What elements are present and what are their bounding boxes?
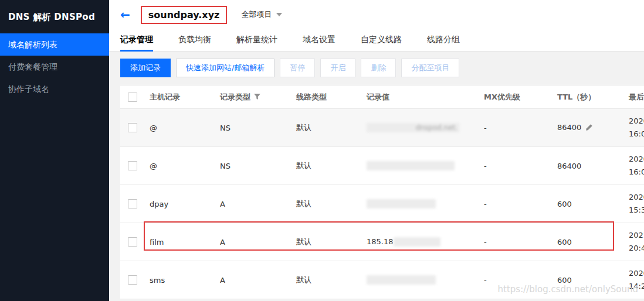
row-checkbox[interactable]: [128, 161, 137, 170]
date-line: 2020: [629, 267, 644, 280]
chevron-down-icon: [276, 13, 282, 16]
date-line: 16:0: [629, 128, 644, 141]
row-checkbox-cell: [120, 275, 150, 285]
line-type: 默认: [296, 160, 367, 171]
date-line: 2020: [629, 115, 644, 128]
record-value: dnspod.net.: [367, 123, 484, 133]
column-record-type: 记录类型: [220, 92, 296, 102]
host-record: sms: [150, 276, 220, 285]
date-line: 15:3: [629, 204, 644, 217]
column-record-value: 记录值: [367, 92, 484, 102]
ttl-number: 600: [557, 276, 572, 285]
host-record: dpay: [150, 200, 220, 208]
last-operated-time: 202015:3: [629, 191, 644, 217]
record-type: NS: [220, 124, 296, 132]
redacted-value: [367, 275, 436, 285]
ttl-value: 600: [557, 276, 629, 285]
sidebar-item-paid-plans[interactable]: 付费套餐管理: [0, 56, 109, 78]
mx-priority: -: [484, 124, 557, 132]
row-checkbox-cell: [120, 161, 150, 171]
line-type: 默认: [296, 199, 367, 209]
date-line: 20:4: [629, 242, 644, 255]
column-ttl: TTL（秒）: [557, 92, 629, 102]
domain-name: soundpay.xyz: [141, 6, 228, 24]
table-row: dpayA默认-600202015:3: [120, 185, 644, 223]
line-type: 默认: [296, 237, 367, 247]
date-line: 16:0: [629, 166, 644, 179]
tab-domain-settings[interactable]: 域名设置: [303, 29, 335, 51]
app-title: DNS 解析 DNSPod: [0, 0, 109, 33]
mx-priority: -: [484, 276, 557, 285]
quick-add-button[interactable]: 快速添加网站/邮箱解析: [176, 59, 274, 77]
page-header: ← soundpay.xyz 全部项目: [109, 0, 644, 29]
row-checkbox-cell: [120, 199, 150, 209]
date-line: 2021: [629, 229, 644, 242]
row-checkbox[interactable]: [128, 237, 137, 247]
column-last-operated: 最后: [629, 91, 644, 104]
column-host: 主机记录: [150, 92, 220, 102]
row-checkbox[interactable]: [128, 199, 137, 208]
ttl-number: 86400: [557, 162, 581, 170]
assign-project-button[interactable]: 分配至项目: [401, 59, 459, 77]
main-area: ← soundpay.xyz 全部项目 记录管理 负载均衡 解析量统计 域名设置…: [109, 0, 644, 301]
sidebar: DNS 解析 DNSPod 域名解析列表 付费套餐管理 协作子域名: [0, 0, 109, 301]
tab-line-groups[interactable]: 线路分组: [427, 29, 460, 51]
redacted-value: [394, 237, 440, 247]
record-value: 185.18: [367, 237, 484, 247]
ttl-number: 600: [557, 200, 572, 208]
add-record-button[interactable]: 添加记录: [120, 59, 171, 77]
line-type: 默认: [296, 275, 367, 285]
table-body: @NS默认dnspod.net.-86400202016:0@NS默认-8640…: [120, 109, 644, 299]
tab-bar: 记录管理 负载均衡 解析量统计 域名设置 自定义线路 线路分组: [109, 29, 644, 52]
row-checkbox[interactable]: [128, 123, 137, 132]
row-checkbox-cell: [120, 237, 150, 247]
tab-load-balancing[interactable]: 负载均衡: [178, 29, 211, 51]
ttl-value: 600: [557, 238, 629, 247]
record-value: [367, 275, 484, 285]
redacted-value: [367, 199, 436, 208]
tab-resolution-stats[interactable]: 解析量统计: [236, 29, 277, 51]
edit-ttl-icon[interactable]: [585, 124, 593, 133]
sidebar-nav: 域名解析列表 付费套餐管理 协作子域名: [0, 33, 109, 100]
record-value: [367, 199, 484, 209]
filter-icon[interactable]: [254, 93, 260, 102]
ttl-number: 600: [557, 238, 572, 247]
tab-record-management[interactable]: 记录管理: [120, 29, 153, 51]
record-type: A: [220, 276, 296, 285]
sidebar-item-domain-list[interactable]: 域名解析列表: [0, 33, 109, 56]
last-operated-time: 202016:0: [629, 115, 644, 141]
host-record: film: [150, 238, 220, 247]
enable-button[interactable]: 开启: [320, 59, 355, 77]
table-row: smsA默认-600202014:2: [120, 261, 644, 299]
host-record: @: [150, 162, 220, 170]
last-operated-time: 202016:0: [629, 153, 644, 179]
record-type: NS: [220, 162, 296, 170]
column-line-type: 线路类型: [296, 92, 367, 102]
ttl-value: 86400: [557, 123, 629, 133]
ttl-value: 86400: [557, 162, 629, 170]
mx-priority: -: [484, 200, 557, 208]
record-value: [367, 161, 484, 171]
line-type: 默认: [296, 122, 367, 133]
tab-custom-lines[interactable]: 自定义线路: [361, 29, 402, 51]
delete-button[interactable]: 删除: [361, 59, 396, 77]
row-checkbox[interactable]: [128, 275, 137, 285]
pause-button[interactable]: 暂停: [280, 59, 315, 77]
toolbar: 添加记录 快速添加网站/邮箱解析 暂停 开启 删除 分配至项目: [120, 59, 644, 77]
sidebar-item-collab-subdomains[interactable]: 协作子域名: [0, 78, 109, 100]
row-checkbox-cell: [120, 123, 150, 133]
redacted-value: [367, 161, 455, 170]
last-operated-time: 202120:4: [629, 229, 644, 255]
column-record-type-label: 记录类型: [220, 93, 250, 101]
record-type: A: [220, 238, 296, 247]
project-filter-label: 全部项目: [241, 9, 272, 20]
table-row: filmA默认185.18-600202120:4: [120, 223, 644, 261]
table-row: @NS默认-86400202016:0: [120, 147, 644, 185]
project-filter-dropdown[interactable]: 全部项目: [241, 9, 282, 20]
content-area: 添加记录 快速添加网站/邮箱解析 暂停 开启 删除 分配至项目 主机记录 记录类…: [109, 52, 644, 301]
select-all-checkbox[interactable]: [128, 93, 137, 102]
redacted-value: dnspod.net.: [367, 123, 459, 132]
table-header: 主机记录 记录类型 线路类型 记录值 MX优先级 TTL（秒） 最后: [120, 85, 644, 109]
back-icon[interactable]: ←: [120, 9, 130, 20]
table-row: @NS默认dnspod.net.-86400202016:0: [120, 109, 644, 147]
